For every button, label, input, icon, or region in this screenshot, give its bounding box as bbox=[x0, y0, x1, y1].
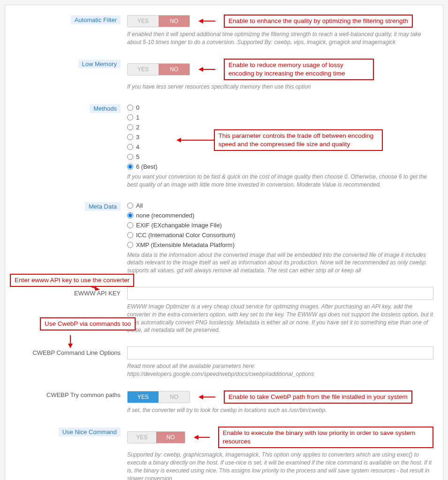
methods-radio-list: 0 1 2 3 4 5 6 (Best) bbox=[127, 103, 158, 170]
low-memory-block: Low Memory YES NO Enable to reduce memor… bbox=[15, 59, 433, 91]
use-nice-block: Use Nice Command YES NO Enable to execut… bbox=[15, 427, 433, 480]
low-memory-toggle[interactable]: YES NO bbox=[127, 63, 190, 75]
ewww-label: EWWW API KEY bbox=[74, 290, 121, 297]
automatic-filter-block: Automatic Filter YES NO Enable to enhanc… bbox=[15, 15, 433, 46]
use-nice-toggle[interactable]: YES NO bbox=[127, 431, 185, 443]
method-option-5[interactable]: 5 bbox=[127, 153, 158, 160]
cwebp-try-callout: Enable to take CwebP path from the file … bbox=[224, 390, 412, 404]
cwebp-try-toggle[interactable]: YES NO bbox=[127, 391, 190, 403]
automatic-filter-toggle[interactable]: YES NO bbox=[127, 15, 190, 27]
toggle-yes: YES bbox=[128, 15, 159, 27]
cwebp-try-label: CWEBP Try common paths bbox=[46, 391, 121, 398]
cwebp-cmd-label: CWEBP Command Line Options bbox=[32, 349, 121, 356]
use-nice-callout: Enable to execute the binary with low pr… bbox=[218, 427, 433, 448]
svg-marker-13 bbox=[194, 435, 198, 440]
method-option-0[interactable]: 0 bbox=[127, 104, 158, 111]
svg-marker-11 bbox=[198, 395, 203, 399]
cwebp-cmd-block: Use CwebP via commands too CWEBP Command… bbox=[15, 346, 433, 378]
svg-marker-3 bbox=[198, 67, 203, 72]
svg-marker-5 bbox=[176, 138, 181, 142]
meta-option-exif[interactable]: EXIF (EXchangable Image File) bbox=[127, 222, 433, 229]
toggle-no: NO bbox=[156, 432, 185, 443]
toggle-no: NO bbox=[159, 391, 190, 403]
automatic-filter-label: Automatic Filter bbox=[71, 15, 121, 24]
use-nice-label: Use Nice Command bbox=[59, 428, 121, 436]
toggle-no: NO bbox=[159, 64, 190, 75]
svg-marker-1 bbox=[198, 19, 203, 23]
automatic-filter-desc: If enabled then it will spend additional… bbox=[127, 30, 433, 46]
ewww-desc: EWWW Image Optimizer is a very cheap clo… bbox=[127, 303, 433, 334]
cwebp-try-block: CWEBP Try common paths YES NO Enable to … bbox=[15, 390, 433, 414]
automatic-filter-callout: Enable to enhance the quality by optimiz… bbox=[224, 15, 413, 28]
toggle-yes: YES bbox=[128, 391, 159, 403]
method-option-6[interactable]: 6 (Best) bbox=[127, 163, 158, 170]
cwebp-cmd-callout: Use CwebP via commands too bbox=[40, 317, 136, 330]
meta-option-none[interactable]: none (recommended) bbox=[127, 212, 433, 219]
methods-label: Methods bbox=[90, 104, 121, 113]
method-option-2[interactable]: 2 bbox=[127, 124, 158, 131]
methods-desc: If you want your conversion to be fast &… bbox=[127, 173, 433, 189]
ewww-api-key-input[interactable] bbox=[127, 287, 433, 300]
meta-option-icc[interactable]: ICC (International Color Consortium) bbox=[127, 232, 433, 239]
toggle-yes: YES bbox=[128, 64, 159, 75]
settings-panel: Automatic Filter YES NO Enable to enhanc… bbox=[5, 5, 443, 480]
cwebp-try-desc: If set, the converter will try to look f… bbox=[127, 406, 433, 414]
meta-data-desc: Meta data is the information about the c… bbox=[127, 251, 433, 275]
meta-data-label: Meta Data bbox=[85, 202, 121, 211]
ewww-callout: Enter ewww API key to use the converter bbox=[10, 274, 134, 287]
meta-option-xmp[interactable]: XMP (Extensible Metadata Platform) bbox=[127, 241, 433, 248]
meta-option-all[interactable]: All bbox=[127, 202, 433, 209]
meta-data-block: Meta Data All none (recommended) EXIF (E… bbox=[15, 201, 433, 275]
method-option-1[interactable]: 1 bbox=[127, 114, 158, 121]
low-memory-label: Low Memory bbox=[78, 60, 121, 68]
method-option-3[interactable]: 3 bbox=[127, 134, 158, 141]
use-nice-desc: Supported by: cwebp, graphicsmagick, ima… bbox=[127, 451, 433, 480]
toggle-no: NO bbox=[159, 15, 190, 27]
methods-callout: This parameter controls the trade off be… bbox=[214, 129, 383, 151]
low-memory-callout: Enable to reduce memory usage of lossy e… bbox=[224, 59, 374, 80]
cwebp-cmd-desc: Read more about all the available parame… bbox=[127, 362, 433, 378]
meta-data-radio-list: All none (recommended) EXIF (EXchangable… bbox=[127, 201, 433, 248]
cwebp-cmd-input[interactable] bbox=[127, 346, 433, 360]
toggle-yes: YES bbox=[128, 432, 156, 443]
method-option-4[interactable]: 4 bbox=[127, 143, 158, 150]
low-memory-desc: If you have less server resources specif… bbox=[127, 83, 433, 91]
methods-block: Methods 0 1 2 3 4 5 6 (Best) This parame… bbox=[15, 103, 433, 189]
